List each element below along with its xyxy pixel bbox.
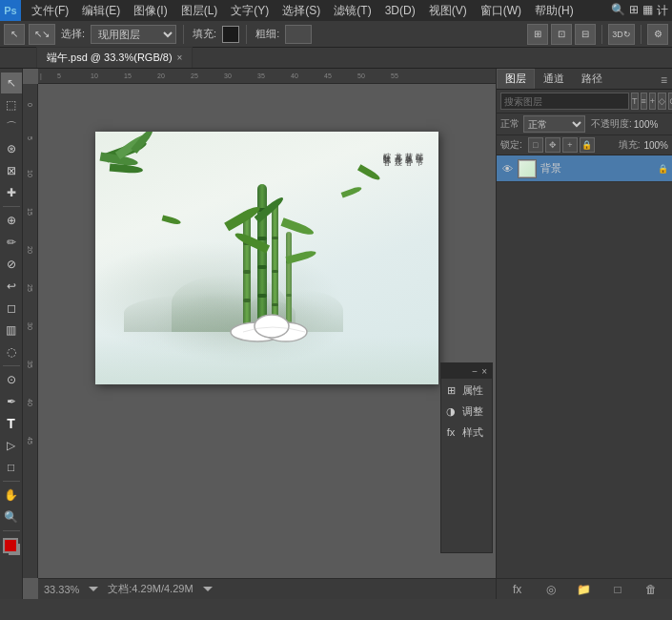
tool-sep4 <box>3 530 20 531</box>
ps-logo-text: Ps <box>4 5 16 16</box>
add-style-btn[interactable]: fx <box>509 581 526 598</box>
opacity-label: 不透明度: <box>591 117 632 131</box>
tool-options-icon[interactable]: ↖ <box>4 24 25 45</box>
marquee-tool[interactable]: ⬚ <box>1 94 22 115</box>
zoom-tool[interactable]: 🔍 <box>1 506 22 527</box>
tab-paths[interactable]: 路径 <box>573 69 611 89</box>
layers-search-input[interactable] <box>500 93 629 110</box>
add-mask-btn[interactable]: ◎ <box>542 581 560 598</box>
lock-position-btn[interactable]: + <box>562 137 578 153</box>
quickselect-tool[interactable]: ⊛ <box>1 138 22 159</box>
ruler-tick: 25 <box>191 72 198 79</box>
clone-tool[interactable]: ⊘ <box>1 254 22 275</box>
blur-tool[interactable]: ◌ <box>1 341 22 362</box>
hand-tool[interactable]: ✋ <box>1 485 22 506</box>
document-tab[interactable]: 端午.psd @ 33.3%(RGB/8) × <box>36 47 193 68</box>
ruler-mark: 30 <box>27 322 33 330</box>
ruler-mark: 35 <box>27 361 33 368</box>
heal-tool[interactable]: ⊕ <box>1 210 22 231</box>
filter-type-icon[interactable]: T <box>631 93 639 110</box>
menu-edit[interactable]: 编辑(E) <box>75 1 127 21</box>
eyedropper-tool[interactable]: ✚ <box>1 182 22 203</box>
crop-tool[interactable]: ⊠ <box>1 160 22 181</box>
status-arrow2[interactable] <box>203 587 213 591</box>
new-group-btn[interactable]: 📁 <box>576 581 593 598</box>
menu-image[interactable]: 图像(I) <box>127 1 173 21</box>
menu-window[interactable]: 窗口(W) <box>474 1 528 21</box>
tab-close-button[interactable]: × <box>177 52 183 63</box>
lock-all-btn[interactable]: 🔒 <box>580 137 595 153</box>
path-select-tool[interactable]: ▷ <box>1 435 22 456</box>
arrange-icon[interactable]: ⊞ <box>629 3 639 19</box>
tab-channels[interactable]: 通道 <box>535 69 573 89</box>
fill-value: 100% <box>643 140 668 151</box>
delete-layer-btn[interactable]: 🗑 <box>642 581 660 598</box>
calligraphy-text: 端午佳节艾草飘香龙舟竞渡粽叶飘香 <box>381 146 424 154</box>
text-tool[interactable]: T <box>1 413 22 434</box>
pen-tool[interactable]: ✒ <box>1 391 22 412</box>
properties-item[interactable]: ⊞ 属性 <box>441 381 492 400</box>
sep3 <box>601 25 602 44</box>
fill-color-swatch[interactable] <box>222 26 239 43</box>
color-swatches[interactable] <box>1 536 22 557</box>
layers-blend-row: 正常 正常 不透明度: 100% <box>497 114 672 135</box>
eraser-tool[interactable]: ◻ <box>1 298 22 319</box>
lock-pixels-btn[interactable]: ✥ <box>545 137 560 153</box>
menu-view[interactable]: 视图(V) <box>422 1 474 21</box>
settings-icon[interactable]: ⚙ <box>647 24 668 45</box>
layers-lock-row: 锁定: □ ✥ + 🔒 填充: 100% <box>497 135 672 155</box>
filter-shape-icon[interactable]: ◇ <box>658 93 666 110</box>
adjustments-item[interactable]: ◑ 调整 <box>441 402 492 421</box>
tab-layers[interactable]: 图层 <box>497 69 535 89</box>
dodge-tool[interactable]: ⊙ <box>1 369 22 390</box>
mini-panel-collapse-btn[interactable]: − <box>470 366 479 377</box>
canvas-document-container[interactable]: 端午佳节艾草飘香龙舟竞渡粽叶飘香 <box>38 84 496 578</box>
menu-select[interactable]: 选择(S) <box>275 1 327 21</box>
styles-item[interactable]: fx 样式 <box>441 423 492 442</box>
left-toolbar: ↖ ⬚ ⌒ ⊛ ⊠ ✚ ⊕ ✏ ⊘ ↩ ◻ ▥ ◌ ⊙ ✒ T ▷ □ ✋ 🔍 <box>0 69 23 599</box>
select-label: 选择: <box>59 27 87 41</box>
lock-transparent-btn[interactable]: □ <box>528 137 543 153</box>
gradient-tool[interactable]: ▥ <box>1 320 22 341</box>
artwork-canvas: 端午佳节艾草飘香龙舟竞渡粽叶飘香 <box>95 132 438 384</box>
tool-sep3 <box>3 481 20 482</box>
tool-select[interactable]: 现用图层 <box>91 25 176 44</box>
filter-smart-icon[interactable]: ⊙ <box>668 93 672 110</box>
menu-layer[interactable]: 图层(L) <box>174 1 225 21</box>
blend-mode-select[interactable]: 正常 <box>523 115 585 133</box>
menu-filter[interactable]: 滤镜(T) <box>327 1 377 21</box>
shape-tool[interactable]: □ <box>1 457 22 478</box>
panel-menu-icon[interactable]: ≡ <box>656 72 672 89</box>
foreground-color[interactable] <box>3 538 18 553</box>
ruler-left: 0 5 10 15 20 25 30 35 40 45 <box>23 84 38 578</box>
align-center-icon[interactable]: ⊡ <box>551 24 572 45</box>
bamboo-node <box>257 294 267 298</box>
tab-bar: 端午.psd @ 33.3%(RGB/8) × <box>0 48 672 69</box>
filter-add-icon[interactable]: + <box>649 93 656 110</box>
ruler-tick: 15 <box>124 72 132 79</box>
filter-adj-icon[interactable]: ≡ <box>641 93 647 110</box>
styles-label: 样式 <box>462 425 483 440</box>
opacity-value: 100% <box>634 119 659 130</box>
status-arrow[interactable] <box>89 587 98 591</box>
move-tool[interactable]: ↖ <box>1 72 22 93</box>
3d-icon[interactable]: 3D↻ <box>608 24 635 45</box>
menu-text[interactable]: 文字(Y) <box>224 1 275 21</box>
menu-help[interactable]: 帮助(H) <box>528 1 580 21</box>
brush-tool[interactable]: ✏ <box>1 232 22 253</box>
counter-icon[interactable]: 计 <box>657 3 668 19</box>
tool-options-icon2[interactable]: ↖↘ <box>29 24 55 45</box>
new-layer-btn[interactable]: □ <box>609 581 626 598</box>
mini-panel-close-btn[interactable]: × <box>479 366 489 377</box>
thickness-input[interactable] <box>285 25 312 44</box>
menu-file[interactable]: 文件(F) <box>25 1 75 21</box>
distribute-icon[interactable]: ⊟ <box>575 24 596 45</box>
search-icon[interactable]: 🔍 <box>611 3 625 19</box>
workspace-icon[interactable]: ▦ <box>642 3 653 19</box>
layer-visibility-toggle[interactable]: 👁 <box>500 162 514 176</box>
menu-3d[interactable]: 3D(D) <box>378 2 422 19</box>
layer-row[interactable]: 👁 背景 🔒 <box>497 155 672 182</box>
lasso-tool[interactable]: ⌒ <box>1 116 22 137</box>
history-brush[interactable]: ↩ <box>1 276 22 297</box>
align-left-icon[interactable]: ⊞ <box>527 24 548 45</box>
